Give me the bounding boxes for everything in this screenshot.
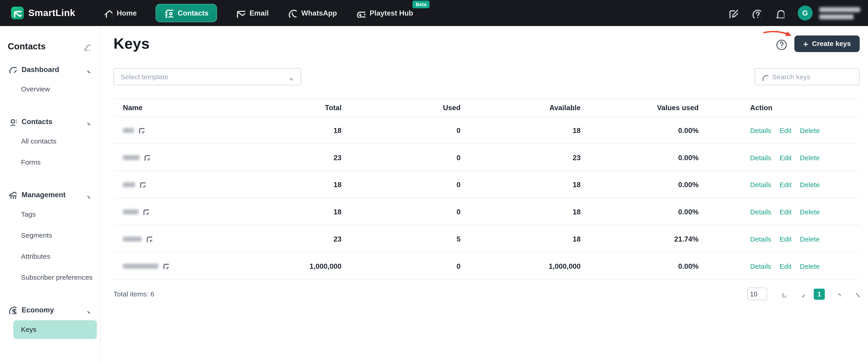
previous-page-button[interactable]: [798, 290, 805, 298]
table-footer: Total items: 6 10 1: [114, 288, 860, 300]
group-label: Economy: [22, 306, 54, 314]
brand[interactable]: SmartLink: [11, 7, 75, 20]
sidebar-item-all-contacts[interactable]: All contacts: [13, 132, 97, 151]
nav-item-contacts[interactable]: Contacts: [156, 4, 217, 22]
nav-item-home[interactable]: Home: [103, 8, 137, 18]
details-link[interactable]: Details: [750, 154, 771, 162]
first-page-button[interactable]: [779, 290, 786, 298]
pagination: 10 1: [747, 288, 860, 300]
sidebar-group-economy: Economy Keys: [0, 299, 100, 339]
copy-icon[interactable]: [146, 235, 152, 242]
last-page-button[interactable]: [852, 290, 860, 298]
delete-link[interactable]: Delete: [800, 127, 820, 134]
user-menu[interactable]: G: [798, 5, 860, 20]
nav-item-whatsapp[interactable]: WhatsApp: [287, 8, 337, 18]
cell-available: 18: [461, 208, 581, 216]
edit-link[interactable]: Edit: [780, 154, 792, 162]
sidebar: Contacts Dashboard Overview Contacts: [0, 26, 101, 362]
page-size-select[interactable]: 10: [747, 288, 767, 300]
copy-icon[interactable]: [144, 154, 150, 161]
group-label: Contacts: [22, 117, 53, 125]
nav-item-playtest-hub[interactable]: Playtest Hub Beta: [356, 8, 413, 18]
cell-values-used: 0.00%: [581, 126, 699, 134]
details-link[interactable]: Details: [750, 235, 771, 243]
details-link[interactable]: Details: [750, 181, 771, 189]
sidebar-item-segments[interactable]: Segments: [13, 226, 97, 245]
sidebar-group-dashboard: Dashboard Overview: [0, 59, 100, 99]
create-keys-button[interactable]: + Create keys: [795, 35, 860, 52]
cell-total: 18: [252, 180, 342, 188]
cell-values-used: 0.00%: [581, 262, 699, 270]
cell-used: 0: [342, 153, 461, 161]
nav-label: Contacts: [178, 9, 209, 17]
next-page-button[interactable]: [834, 290, 841, 298]
sidebar-item-overview[interactable]: Overview: [13, 80, 97, 98]
cell-used: 0: [342, 262, 461, 270]
col-header-available: Available: [461, 103, 581, 112]
cell-total: 23: [252, 235, 342, 243]
delete-link[interactable]: Delete: [800, 154, 820, 162]
edit-link[interactable]: Edit: [780, 263, 792, 270]
key-name-redacted: [123, 182, 135, 187]
cell-total: 23: [252, 153, 342, 161]
pin-icon[interactable]: [82, 42, 90, 51]
sidebar-group-header-contacts[interactable]: Contacts: [0, 111, 100, 132]
edit-link[interactable]: Edit: [780, 235, 792, 243]
bank-icon: [8, 190, 17, 199]
group-label: Management: [22, 190, 66, 199]
table-row: 18 0 18 0.00% DetailsEditDelete: [114, 117, 860, 144]
search-box[interactable]: [754, 68, 860, 85]
controls-row: Select template: [114, 68, 860, 85]
sidebar-item-tags[interactable]: Tags: [13, 205, 97, 224]
sidebar-item-forms[interactable]: Forms: [13, 153, 97, 172]
copy-icon[interactable]: [138, 127, 145, 133]
app: SmartLink Home Contacts Email WhatsApp P…: [0, 0, 868, 362]
page-help-icon[interactable]: [775, 38, 787, 50]
top-navigation: Home Contacts Email WhatsApp Playtest Hu…: [103, 4, 413, 22]
edit-link[interactable]: Edit: [780, 127, 792, 134]
compose-icon[interactable]: [728, 8, 738, 18]
nav-label: Email: [250, 9, 269, 17]
copy-icon[interactable]: [162, 263, 169, 269]
sidebar-item-subscriber-preferences[interactable]: Subscriber preferences: [13, 268, 97, 287]
delete-link[interactable]: Delete: [800, 208, 820, 216]
notifications-bell-icon[interactable]: [774, 8, 784, 18]
search-input[interactable]: [772, 73, 854, 81]
brand-name: SmartLink: [28, 7, 75, 19]
sidebar-group-header-dashboard[interactable]: Dashboard: [0, 59, 100, 80]
sidebar-group-header-management[interactable]: Management: [0, 184, 100, 205]
nav-label: Playtest Hub: [370, 9, 413, 17]
cell-available: 1,000,000: [461, 262, 581, 270]
sidebar-item-keys[interactable]: Keys: [13, 320, 97, 339]
details-link[interactable]: Details: [750, 127, 771, 134]
cell-used: 0: [342, 180, 461, 188]
details-link[interactable]: Details: [750, 208, 771, 216]
cell-used: 0: [342, 126, 461, 134]
brand-logo-icon: [11, 7, 24, 20]
col-header-name: Name: [114, 103, 252, 112]
cell-available: 18: [461, 235, 581, 243]
chevron-down-icon: [287, 73, 294, 81]
copy-icon[interactable]: [142, 208, 149, 215]
sidebar-nav: Dashboard Overview Contacts All contacts…: [0, 56, 100, 339]
copy-icon[interactable]: [139, 181, 146, 188]
table-row: 23 0 23 0.00% DetailsEditDelete: [114, 144, 860, 171]
current-page-button[interactable]: 1: [814, 289, 825, 299]
user-name-redacted: [819, 7, 860, 19]
plus-icon: +: [803, 39, 808, 48]
help-circle-icon[interactable]: [751, 8, 762, 18]
cell-available: 18: [461, 180, 581, 188]
delete-link[interactable]: Delete: [800, 181, 820, 189]
chevron-down-icon: [84, 191, 91, 198]
nav-label: Home: [117, 9, 137, 17]
sidebar-item-attributes[interactable]: Attributes: [13, 247, 97, 266]
template-select[interactable]: Select template: [114, 68, 301, 85]
avatar: G: [798, 5, 812, 20]
sidebar-group-header-economy[interactable]: Economy: [0, 299, 100, 320]
edit-link[interactable]: Edit: [780, 208, 792, 216]
details-link[interactable]: Details: [750, 263, 771, 270]
delete-link[interactable]: Delete: [800, 235, 820, 243]
delete-link[interactable]: Delete: [800, 263, 820, 270]
nav-item-email[interactable]: Email: [236, 8, 269, 18]
edit-link[interactable]: Edit: [780, 181, 792, 189]
